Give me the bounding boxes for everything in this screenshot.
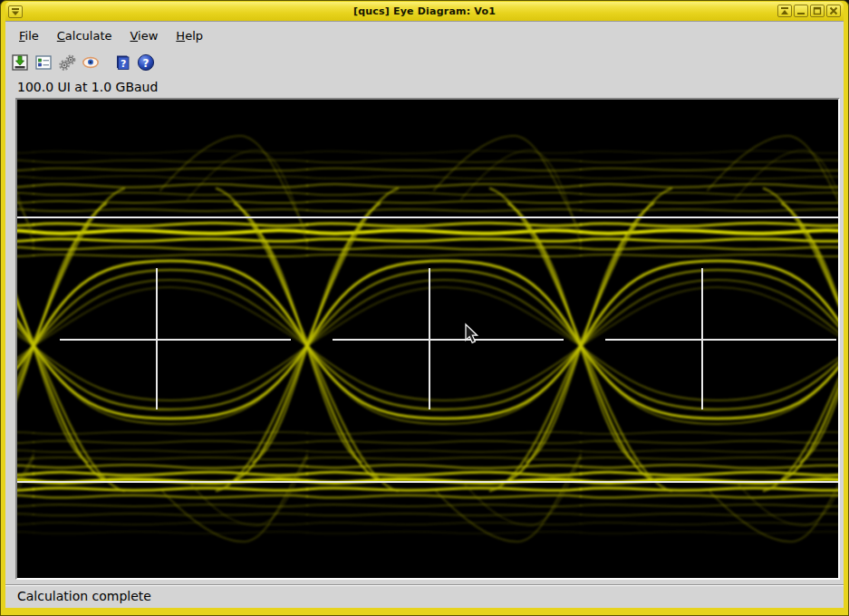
svg-text:?: ?	[143, 57, 150, 70]
shade-button[interactable]	[777, 5, 792, 17]
settings-list-icon	[34, 53, 53, 72]
export-results-button[interactable]	[9, 52, 31, 73]
menu-view[interactable]: View	[121, 24, 168, 48]
info-bar: 100.0 UI at 1.0 GBaud	[5, 76, 844, 98]
settings-list-button[interactable]	[33, 52, 54, 73]
minimize-button[interactable]	[794, 5, 808, 17]
window-menu-icon	[11, 7, 20, 16]
window-content: File Calculate View Help	[5, 21, 844, 608]
help-contents-icon: ?	[113, 53, 131, 72]
capture-label: 100.0 UI at 1.0 GBaud	[17, 80, 158, 94]
eye-diagram-plot[interactable]	[15, 98, 840, 580]
window-menu-button[interactable]	[8, 5, 23, 18]
shade-icon	[780, 6, 789, 15]
window-title: [qucs] Eye Diagram: Vo1	[5, 5, 844, 17]
status-bar: Calculation complete	[5, 584, 844, 608]
view-eye-button[interactable]	[80, 52, 101, 73]
menu-bar: File Calculate View Help	[5, 22, 844, 50]
help-contents-button[interactable]: ?	[111, 52, 133, 73]
title-bar[interactable]: [qucs] Eye Diagram: Vo1	[5, 2, 844, 21]
toolbar: ? ?	[5, 50, 844, 76]
export-results-icon	[11, 53, 29, 72]
calculate-gears-button[interactable]	[56, 52, 78, 73]
help-about-icon: ?	[137, 53, 155, 72]
maximize-button[interactable]	[810, 5, 825, 17]
close-icon	[829, 6, 838, 15]
calculate-gears-icon	[58, 53, 76, 72]
status-text: Calculation complete	[17, 589, 151, 603]
menu-help[interactable]: Help	[167, 24, 212, 48]
menu-calculate[interactable]: Calculate	[48, 24, 121, 48]
minimize-icon	[796, 6, 806, 15]
app-window: [qucs] Eye Diagram: Vo1	[0, 0, 849, 616]
menu-file[interactable]: File	[10, 24, 48, 48]
help-about-button[interactable]: ?	[135, 52, 157, 73]
view-eye-icon	[82, 53, 100, 72]
svg-text:?: ?	[121, 58, 126, 70]
toolbar-separator	[103, 52, 111, 73]
plot-wrapper	[5, 98, 844, 580]
maximize-icon	[813, 6, 822, 15]
close-button[interactable]	[826, 5, 841, 17]
